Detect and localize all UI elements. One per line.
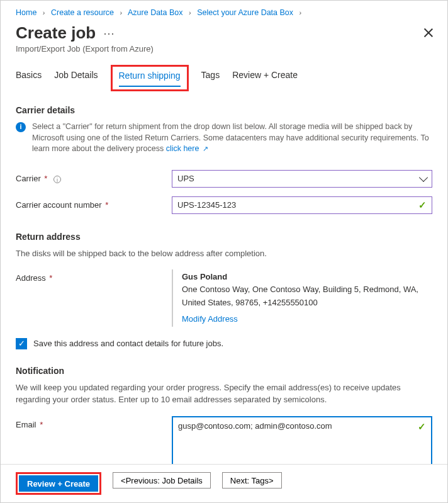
tab-job-details[interactable]: Job Details xyxy=(54,67,98,91)
section-carrier-details: Carrier details xyxy=(16,105,432,115)
breadcrumb: Home › Create a resource › Azure Data Bo… xyxy=(16,6,432,23)
breadcrumb-home[interactable]: Home xyxy=(16,8,36,17)
address-line: One Contoso Way, One Contoso Way, Buildi… xyxy=(182,283,432,308)
tab-basics[interactable]: Basics xyxy=(16,67,42,91)
review-create-button[interactable]: Review + Create xyxy=(19,475,98,492)
save-address-label: Save this address and contact details fo… xyxy=(33,339,223,348)
delivery-process-link[interactable]: click here xyxy=(166,144,199,153)
carrier-account-label: Carrier account number xyxy=(16,200,102,210)
carrier-value: UPS xyxy=(177,174,420,183)
breadcrumb-azure-data-box[interactable]: Azure Data Box xyxy=(128,8,183,17)
address-name: Gus Poland xyxy=(182,271,432,283)
modify-address-link[interactable]: Modify Address xyxy=(182,313,238,325)
email-input[interactable]: gusp@contoso.com; admin@contoso.com ✓ xyxy=(172,416,432,464)
tabs: Basics Job Details Return shipping Tags … xyxy=(16,67,432,91)
return-address-desc: The disks will be shipped back to the be… xyxy=(16,248,432,260)
carrier-select[interactable]: UPS xyxy=(172,170,432,188)
next-button[interactable]: Next: Tags> xyxy=(222,472,282,489)
section-return-address: Return address xyxy=(16,232,432,242)
email-label: Email xyxy=(16,420,36,429)
email-value: gusp@contoso.com; admin@contoso.com xyxy=(178,421,332,431)
more-actions-icon[interactable]: ⋯ xyxy=(98,26,115,40)
page-title: Create job xyxy=(16,23,96,43)
highlight-box: Return shipping xyxy=(111,65,189,91)
carrier-info-text: Select a "Carrier" for return shipment f… xyxy=(32,122,432,155)
notification-desc: We will keep you updated regarding your … xyxy=(16,382,432,406)
highlight-box: Review + Create xyxy=(16,472,101,495)
tab-return-shipping[interactable]: Return shipping xyxy=(119,68,181,87)
carrier-label: Carrier xyxy=(16,174,41,183)
address-block: Gus Poland One Contoso Way, One Contoso … xyxy=(172,269,432,327)
carrier-help-icon[interactable]: i xyxy=(53,176,61,183)
check-icon: ✓ xyxy=(418,421,426,432)
address-label: Address xyxy=(16,273,46,283)
section-notification: Notification xyxy=(16,366,432,376)
external-link-icon: ↗ xyxy=(203,144,208,154)
carrier-account-input[interactable]: UPS-12345-123 ✓ xyxy=(172,196,432,214)
save-address-checkbox[interactable]: ✓ xyxy=(16,338,27,349)
breadcrumb-select-data-box[interactable]: Select your Azure Data Box xyxy=(197,8,293,17)
carrier-account-value: UPS-12345-123 xyxy=(177,200,418,210)
tab-tags[interactable]: Tags xyxy=(201,67,220,91)
footer: Review + Create <Previous: Job Details N… xyxy=(1,464,447,502)
tab-review-create[interactable]: Review + Create xyxy=(232,67,298,91)
close-icon[interactable] xyxy=(422,27,435,40)
previous-button[interactable]: <Previous: Job Details xyxy=(113,472,211,489)
check-icon: ✓ xyxy=(418,200,427,211)
info-icon: i xyxy=(16,122,26,132)
page-subtitle: Import/Export Job (Export from Azure) xyxy=(16,44,432,54)
chevron-down-icon xyxy=(419,172,428,181)
breadcrumb-create-resource[interactable]: Create a resource xyxy=(51,8,114,17)
